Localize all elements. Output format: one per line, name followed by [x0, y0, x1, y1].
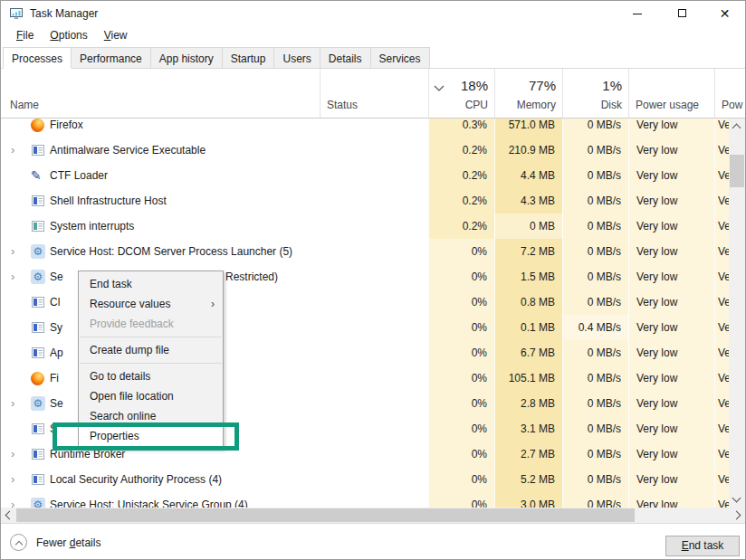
scroll-right-button[interactable]: [730, 508, 745, 523]
context-menu-item-go-to-details[interactable]: Go to details: [79, 366, 223, 386]
memory-cell: 105.1 MB: [494, 365, 562, 391]
table-row[interactable]: ›⚙Service Host: Unistack Service Group (…: [1, 492, 745, 508]
firefox-icon: [31, 119, 44, 132]
tab-services[interactable]: Services: [370, 47, 430, 69]
table-row[interactable]: ✎CTF Loader0.2%4.4 MB0 MB/sVery lowVe: [1, 163, 745, 188]
column-header-memory[interactable]: Memory: [494, 99, 556, 111]
memory-cell: 4.4 MB: [494, 163, 562, 188]
column-divider[interactable]: [428, 69, 429, 118]
column-header-power-usage-trend[interactable]: Pow: [722, 99, 742, 111]
context-menu-item-create-dump-file[interactable]: Create dump file: [79, 340, 223, 360]
disk-cell: 0 MB/s: [562, 340, 628, 365]
expand-icon[interactable]: ›: [11, 498, 14, 508]
column-divider[interactable]: [628, 69, 629, 118]
scroll-up-button[interactable]: [729, 119, 745, 134]
application-icon: [31, 320, 45, 335]
maximize-button[interactable]: [662, 1, 703, 26]
power-usage-cell: Very low: [628, 441, 714, 467]
memory-cell: 571.0 MB: [494, 119, 562, 138]
table-row[interactable]: Firefox0.3%571.0 MB0 MB/sVery lowVe: [1, 119, 745, 138]
menu-options[interactable]: Options: [42, 26, 95, 44]
column-header-disk[interactable]: Disk: [562, 99, 622, 111]
table-row[interactable]: ›Local Security Authority Process (4)0%5…: [1, 467, 745, 492]
disk-total-percent: 1%: [562, 78, 622, 93]
power-usage-cell: Very low: [628, 119, 714, 138]
disk-cell: 0 MB/s: [562, 163, 628, 188]
window-titlebar: Task Manager ✕: [1, 1, 745, 26]
tab-users[interactable]: Users: [273, 47, 320, 69]
power-usage-cell: Very low: [628, 138, 714, 163]
scroll-left-button[interactable]: [1, 508, 16, 523]
gear-icon: ⚙: [31, 244, 45, 259]
disk-cell: 0 MB/s: [562, 289, 628, 315]
tab-processes[interactable]: Processes: [3, 47, 72, 69]
expand-icon[interactable]: ›: [11, 271, 14, 282]
table-row[interactable]: ›Antimalware Service Executable0.2%210.9…: [1, 138, 745, 163]
power-usage-cell: Very low: [628, 264, 714, 289]
chevron-up-icon: [15, 541, 23, 548]
disk-cell: 0 MB/s: [562, 264, 628, 289]
context-menu-item-end-task[interactable]: End task: [79, 274, 223, 294]
disk-cell: 0 MB/s: [562, 214, 628, 239]
horizontal-scrollbar[interactable]: [1, 508, 745, 523]
close-button[interactable]: ✕: [704, 1, 745, 26]
table-row[interactable]: System interrupts0.2%0 MB0 MB/sVery lowV…: [1, 214, 745, 239]
scroll-down-button[interactable]: [729, 492, 745, 508]
gear-icon: ⚙: [31, 270, 45, 284]
expand-icon[interactable]: ›: [11, 473, 14, 485]
process-name: S: [50, 422, 57, 435]
horizontal-scrollbar-thumb[interactable]: [16, 508, 635, 522]
context-menu-item-open-file-location[interactable]: Open file location: [79, 386, 223, 406]
process-name: System interrupts: [50, 220, 134, 233]
memory-cell: 1.5 MB: [494, 264, 562, 289]
disk-cell: 0 MB/s: [562, 365, 628, 391]
application-icon: [31, 422, 45, 436]
tab-details[interactable]: Details: [320, 47, 371, 69]
context-menu-item-properties[interactable]: Properties: [79, 426, 223, 446]
vertical-scrollbar-thumb[interactable]: [730, 155, 744, 187]
chevron-down-icon: [732, 494, 741, 503]
expand-icon[interactable]: ›: [11, 448, 14, 460]
process-name: Firefox: [50, 119, 83, 131]
cpu-cell: 0%: [428, 340, 494, 365]
column-divider[interactable]: [320, 69, 320, 118]
table-row[interactable]: Shell Infrastructure Host0.2%4.3 MB0 MB/…: [1, 188, 745, 214]
power-usage-cell: Very low: [628, 214, 714, 239]
column-header-cpu[interactable]: CPU: [435, 99, 488, 111]
gear-icon: ⚙: [31, 396, 45, 411]
end-task-button[interactable]: End task: [665, 536, 740, 556]
column-divider[interactable]: [714, 69, 715, 118]
expand-icon[interactable]: ›: [11, 245, 14, 257]
process-name: CTF Loader: [50, 169, 108, 182]
minimize-button[interactable]: [617, 1, 657, 26]
expand-icon[interactable]: ›: [11, 144, 14, 156]
cpu-cell: 0.3%: [428, 119, 494, 138]
process-name: Runtime Broker: [50, 448, 125, 460]
process-name: Cl: [50, 296, 60, 308]
tab-performance[interactable]: Performance: [71, 47, 151, 69]
cpu-cell: 0%: [428, 492, 494, 508]
context-menu-item-resource-values[interactable]: Resource values›: [79, 294, 223, 314]
cpu-cell: 0.2%: [428, 163, 494, 188]
column-header-power-usage[interactable]: Power usage: [636, 99, 699, 111]
pen-icon: ✎: [31, 168, 45, 183]
cpu-cell: 0.2%: [428, 188, 494, 214]
tab-app-history[interactable]: App history: [150, 47, 223, 69]
tab-startup[interactable]: Startup: [222, 47, 275, 69]
table-header: Name Status 18% CPU 77% Memory 1% Disk P…: [1, 69, 745, 119]
table-row[interactable]: ›⚙Service Host: DCOM Server Process Laun…: [1, 239, 745, 264]
expand-icon[interactable]: ›: [11, 397, 14, 409]
column-header-status[interactable]: Status: [327, 99, 358, 111]
menu-view[interactable]: View: [96, 26, 136, 44]
menu-file[interactable]: File: [8, 26, 42, 44]
vertical-scrollbar[interactable]: [729, 119, 745, 508]
disk-cell: 0 MB/s: [562, 391, 628, 416]
memory-cell: 210.9 MB: [494, 138, 562, 163]
process-name: Local Security Authority Process (4): [50, 473, 222, 486]
column-header-name[interactable]: Name: [10, 99, 39, 111]
process-name-fragment: Restricted): [225, 271, 278, 283]
cpu-cell: 0%: [428, 467, 494, 492]
context-menu-item-search-online[interactable]: Search online: [79, 406, 223, 426]
context-menu-item-provide-feedback: Provide feedback: [79, 314, 223, 334]
process-name: Shell Infrastructure Host: [50, 195, 167, 207]
